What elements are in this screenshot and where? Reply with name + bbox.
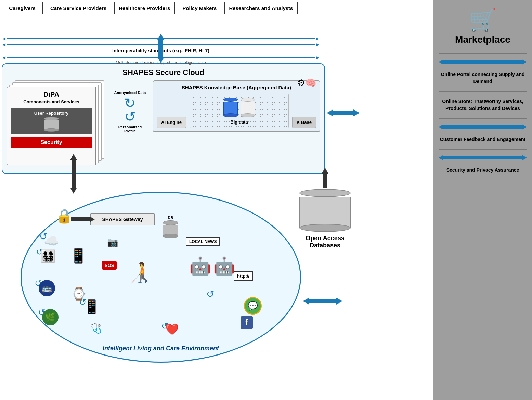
sos-button: SOS bbox=[102, 261, 117, 270]
cloud-gateway-arrow-down bbox=[70, 154, 77, 194]
marketplace-sidebar: 🛒 Marketplace Online Portal connecting S… bbox=[433, 0, 532, 400]
stakeholder-researchers: Researchers and Analysts bbox=[224, 2, 298, 14]
marketplace-arrow-1 bbox=[439, 59, 527, 65]
health-device-icon: 🩺 bbox=[90, 323, 102, 334]
bus-icon: 🚌 bbox=[39, 280, 55, 296]
ellipse-label: Intelligent Living and Care Environment bbox=[103, 345, 219, 352]
bigdata-label: Big data bbox=[230, 119, 248, 125]
marketplace-item-2: Online Store: Trustworthy Services, Prod… bbox=[439, 98, 527, 112]
cloud-title: SHAPES Secure Cloud bbox=[7, 68, 320, 77]
dipa-title: DiPA bbox=[11, 91, 92, 99]
stakeholder-care-service: Care Service Providers bbox=[46, 2, 111, 14]
data-flow-arrows: Anonymised Data ↻ ↻ Personalised Profile bbox=[113, 91, 147, 133]
main-layout: Caregivers Care Service Providers Health… bbox=[0, 0, 532, 400]
left-area: Caregivers Care Service Providers Health… bbox=[0, 0, 433, 400]
people-icon: 👨‍👩‍👧‍👦 bbox=[40, 249, 56, 263]
cloud-icon: ☁️ bbox=[44, 234, 59, 248]
gateway-box: SHAPES Gateway DB bbox=[90, 213, 155, 225]
living-ellipse: SHAPES Gateway DB 🔒 ☁️ bbox=[21, 192, 301, 363]
phone-icon: 📱 bbox=[83, 299, 100, 315]
robot-icon-2: 🤖 bbox=[213, 256, 235, 277]
stakeholder-caregivers: Caregivers bbox=[2, 2, 43, 14]
dipa-section: DiPA Components and Services User Reposi… bbox=[7, 80, 107, 169]
lock-icon: 🔒 bbox=[56, 208, 73, 224]
http-label: http:// bbox=[234, 271, 253, 281]
ellipse-marketplace-arrow bbox=[303, 298, 342, 305]
kb-title: SHAPES Knowledge Base (Aggregated Data) bbox=[157, 85, 316, 90]
kb-marketplace-arrow bbox=[327, 109, 360, 116]
care-scene-icon: 🧑‍🦯 bbox=[128, 261, 152, 284]
brain-gear-icon: ⚙🧠 bbox=[297, 78, 316, 88]
vertical-cloud-arrow bbox=[157, 34, 164, 63]
ai-engine: AI Engine bbox=[157, 117, 186, 128]
marketplace-title: Marketplace bbox=[455, 34, 510, 45]
open-access-label: Open Access Databases bbox=[298, 235, 352, 249]
tablet-icon: 📱 bbox=[69, 247, 87, 264]
robot-icon-1: 🤖 bbox=[189, 256, 211, 277]
marketplace-item-3: Customer Feedback and Engagement bbox=[440, 136, 526, 143]
heart-icon: ❤️ bbox=[165, 323, 179, 336]
leaf-icon: 🌿 bbox=[42, 309, 59, 325]
shapes-cloud: SHAPES Secure Cloud DiPA Components and … bbox=[2, 63, 325, 174]
cart-icon: 🛒 bbox=[469, 7, 497, 33]
marketplace-arrow-2 bbox=[439, 124, 527, 130]
chat-bubble: 💬 bbox=[244, 297, 262, 315]
user-repository: User Repository bbox=[11, 108, 92, 134]
lock-gateway-arrow bbox=[71, 217, 95, 222]
camera-icon: 📷 bbox=[107, 237, 118, 248]
security-bar: Security bbox=[11, 137, 92, 148]
dipa-subtitle: Components and Services bbox=[11, 99, 92, 104]
stakeholder-policy: Policy Makers bbox=[178, 2, 221, 14]
facebook-icon: f bbox=[241, 316, 253, 329]
open-access-db: Open Access Databases bbox=[298, 168, 352, 249]
local-news-label: LOCAL NEWS bbox=[186, 237, 220, 246]
stakeholder-row: Caregivers Care Service Providers Health… bbox=[2, 2, 298, 14]
circular-arrow-robot: ↺ bbox=[206, 288, 214, 300]
marketplace-arrow-3 bbox=[439, 155, 527, 160]
kbase: K Base bbox=[292, 117, 316, 128]
marketplace-item-1: Online Portal connecting Supply and Dema… bbox=[439, 71, 527, 85]
marketplace-item-4: Security and Privacy Assurance bbox=[446, 167, 519, 174]
stakeholder-healthcare: Healthcare Providers bbox=[114, 2, 175, 14]
knowledge-base: ⚙🧠 SHAPES Knowledge Base (Aggregated Dat… bbox=[153, 80, 320, 132]
kb-data-area: Big data bbox=[190, 94, 289, 128]
